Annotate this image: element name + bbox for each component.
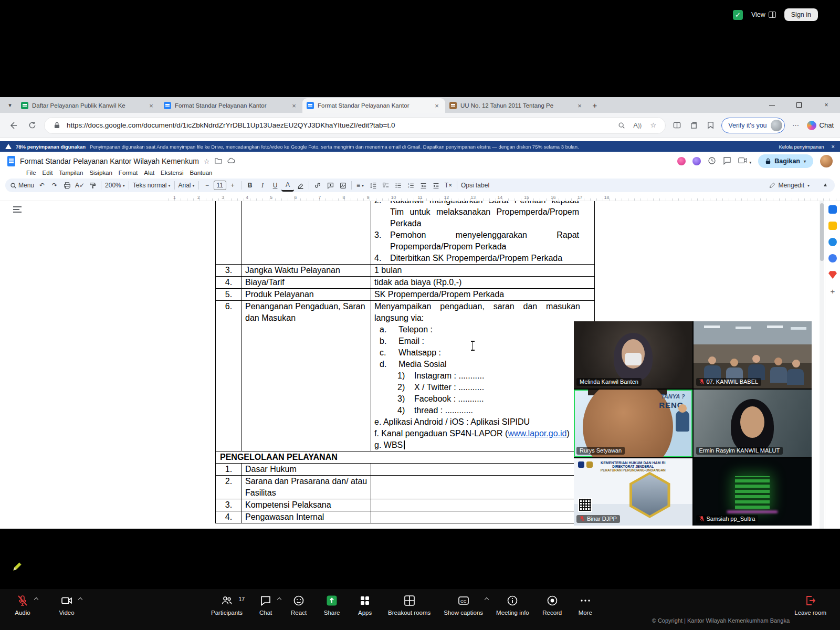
video-tile-melinda[interactable]: Melinda Kanwil Banten [574,321,692,388]
document-title[interactable]: Format Standar Pelayanan Kantor Wilayah … [20,157,199,165]
captions-options-chevron-icon[interactable] [485,597,489,602]
print-icon[interactable] [61,179,74,192]
font-size-field[interactable]: 11 [214,181,226,190]
react-button[interactable]: React [284,594,314,616]
extension-badge-icon-2[interactable] [692,157,701,165]
banner-close-icon[interactable]: × [832,143,835,150]
lapor-link[interactable]: www.lapor.go.id [508,429,566,438]
menu-insert[interactable]: Sisipkan [86,170,115,176]
insert-link-icon[interactable] [311,179,324,192]
leave-room-button[interactable]: Leave room [789,594,832,616]
comments-icon[interactable] [723,156,731,166]
verify-profile-button[interactable]: Verify it's you [721,118,784,133]
tasks-icon[interactable] [828,238,837,246]
chat-button[interactable]: Chat [250,594,281,616]
share-button[interactable]: Bagikan ▾ [758,154,813,168]
breakout-rooms-button[interactable]: Breakout rooms [383,594,436,616]
paragraph-style-select[interactable]: Teks normal▾ [131,179,172,192]
refresh-icon[interactable] [25,119,39,132]
view-button[interactable]: View [751,11,776,18]
tab-close-icon[interactable]: × [433,102,441,110]
tab-search-chevron-icon[interactable]: ▾ [3,98,17,112]
meeting-info-button[interactable]: Meeting info [491,594,534,616]
account-avatar[interactable] [820,155,833,167]
favorites-bar-icon[interactable] [705,120,716,131]
url-field[interactable]: https://docs.google.com/document/d/1icZb… [44,117,666,134]
video-tile-samsiah[interactable]: Samsiah pp_Sultra [694,458,812,526]
checklist-icon[interactable] [379,179,392,192]
video-button[interactable]: Video [51,594,82,616]
participants-button[interactable]: 17 Participants [206,594,248,616]
undo-icon[interactable]: ↶ [36,179,48,192]
hide-menus-chevron-icon[interactable]: ▾ [819,179,832,192]
menu-view[interactable]: Tampilan [56,170,86,176]
minimize-button[interactable] [758,97,785,113]
video-options-chevron-icon[interactable] [78,597,82,602]
manage-storage-link[interactable]: Kelola penyimpanan [779,144,824,150]
bold-icon[interactable]: B [244,179,256,192]
menu-file[interactable]: File [23,170,39,176]
move-to-folder-icon[interactable] [215,158,222,165]
video-tile-ermin[interactable]: Ermin Rasyim KANWIL MALUT [694,390,812,457]
close-window-button[interactable]: × [813,97,840,113]
version-history-icon[interactable] [708,156,716,166]
sign-in-button[interactable]: Sign in [784,8,818,21]
highlight-color-icon[interactable] [294,179,307,192]
menu-edit[interactable]: Edit [39,170,56,176]
menu-extensions[interactable]: Ekstensi [158,170,186,176]
menu-tools[interactable]: Alat [141,170,158,176]
keep-icon[interactable] [828,222,837,230]
increase-font-size-icon[interactable]: + [226,179,239,192]
tab-daftar-pelayanan[interactable]: Daftar Pelayanan Publik Kanwil Ke × [17,98,160,113]
back-icon[interactable] [6,119,20,132]
bulleted-list-icon[interactable] [392,179,404,192]
maps-icon[interactable] [828,270,837,279]
add-comment-icon[interactable] [324,179,337,192]
insert-image-icon[interactable] [337,179,349,192]
read-aloud-icon[interactable]: A)) [632,120,643,131]
zoom-search-icon[interactable] [616,120,627,131]
tab-close-icon[interactable]: × [147,102,155,110]
apps-button[interactable]: Apps [350,594,380,616]
meet-video-icon[interactable]: ▾ [738,157,752,165]
browser-settings-icon[interactable]: ⋯ [790,120,802,131]
tab-format-standar-1[interactable]: Format Standar Pelayanan Kantor × [160,98,302,113]
text-color-icon[interactable]: A [281,179,294,192]
share-screen-button[interactable]: Share [317,594,347,616]
editing-mode-select[interactable]: Mengedit ▾ [765,179,814,192]
record-button[interactable]: Record [537,594,568,616]
decrease-indent-icon[interactable] [417,179,429,192]
menu-format[interactable]: Format [116,170,141,176]
audio-options-chevron-icon[interactable] [34,597,38,602]
clear-formatting-icon[interactable]: T× [442,179,455,192]
vertical-scrollbar[interactable] [820,201,824,529]
video-tile-rurys[interactable]: TANYA ? RENO Rurys Setyawan [574,390,692,457]
video-tile-binar-djpp[interactable]: KEMENTERIAN HUKUM DAN HAM RI DIREKTORAT … [574,458,692,526]
numbered-list-icon[interactable]: 12 [404,179,417,192]
line-spacing-icon[interactable] [366,179,379,192]
underline-icon[interactable]: U [269,179,281,192]
more-button[interactable]: More [570,594,601,616]
contacts-icon[interactable] [828,254,837,262]
zoom-select[interactable]: 200%▾ [103,179,127,192]
maximize-button[interactable] [785,97,813,113]
tab-close-icon[interactable]: × [290,102,298,110]
audio-button[interactable]: Audio [7,594,38,616]
star-document-icon[interactable]: ☆ [204,158,210,165]
video-tile-kanwil-babel[interactable]: 07. KANWIL BABEL [694,321,812,388]
lock-icon[interactable] [51,120,62,131]
document-status-cloud-icon[interactable] [227,158,235,165]
collections-icon[interactable] [688,120,699,131]
align-icon[interactable]: ≡▾ [354,179,366,192]
redo-icon[interactable]: ↷ [48,179,61,192]
menu-help[interactable]: Bantuan [187,170,216,176]
paint-format-icon[interactable] [86,179,99,192]
menu-search-button[interactable]: Menu [8,179,36,192]
decrease-font-size-icon[interactable]: − [201,179,214,192]
italic-icon[interactable]: I [256,179,269,192]
get-addons-plus-icon[interactable]: + [831,287,835,296]
favorites-star-icon[interactable]: ☆ [647,120,659,131]
spellcheck-icon[interactable]: A✓ [74,179,86,192]
chat-options-chevron-icon[interactable] [277,597,281,602]
tab-format-standar-2-active[interactable]: Format Standar Pelayanan Kantor × [302,98,445,113]
